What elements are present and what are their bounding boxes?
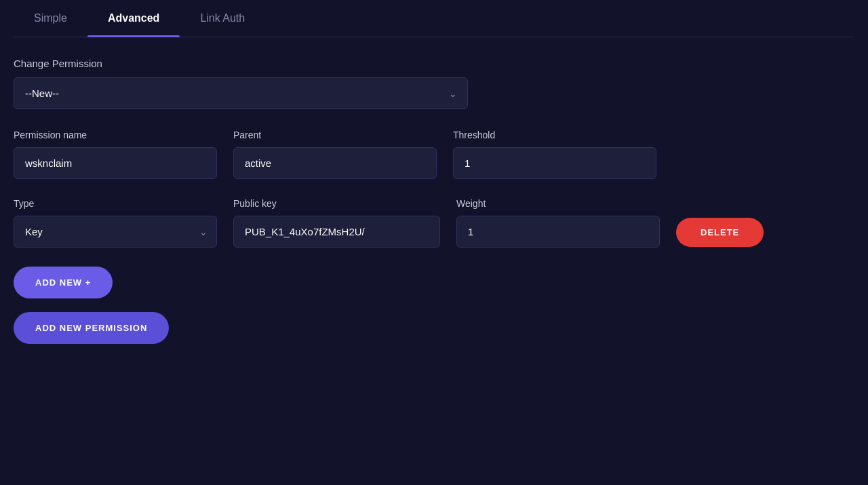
tab-simple[interactable]: Simple (14, 0, 87, 37)
parent-group: Parent (233, 130, 437, 179)
public-key-label: Public key (233, 198, 440, 209)
change-permission-select[interactable]: --New-- (14, 77, 468, 109)
parent-label: Parent (233, 130, 437, 140)
permission-name-group: Permission name (14, 130, 217, 179)
form-row-2: Type Key Account Wait ⌄ Public key Weigh… (14, 198, 854, 248)
permission-name-input[interactable] (14, 147, 217, 179)
add-new-button[interactable]: ADD NEW + (14, 267, 113, 298)
parent-input[interactable] (233, 147, 437, 179)
tab-advanced[interactable]: Advanced (87, 0, 180, 37)
public-key-input[interactable] (233, 216, 440, 248)
threshold-group: Threshold (453, 130, 656, 179)
weight-input[interactable] (456, 216, 660, 248)
type-label: Type (14, 198, 217, 209)
change-permission-section: Change Permission --New-- ⌄ (14, 58, 854, 109)
type-select[interactable]: Key Account Wait (14, 216, 217, 248)
change-permission-wrapper: --New-- ⌄ (14, 77, 468, 109)
permission-name-label: Permission name (14, 130, 217, 140)
weight-label: Weight (456, 198, 660, 209)
tab-link-auth[interactable]: Link Auth (180, 0, 265, 37)
change-permission-label: Change Permission (14, 58, 854, 69)
form-row-1: Permission name Parent Threshold (14, 130, 854, 179)
delete-button[interactable]: DELETE (676, 218, 764, 247)
action-buttons: ADD NEW + ADD NEW PERMISSION (14, 267, 854, 344)
tab-bar: Simple Advanced Link Auth (14, 0, 854, 37)
weight-group: Weight (456, 198, 660, 248)
type-select-wrapper: Key Account Wait ⌄ (14, 216, 217, 248)
type-group: Type Key Account Wait ⌄ (14, 198, 217, 248)
threshold-label: Threshold (453, 130, 656, 140)
threshold-input[interactable] (453, 147, 656, 179)
add-new-permission-button[interactable]: ADD NEW PERMISSION (14, 312, 169, 344)
public-key-group: Public key (233, 198, 440, 248)
